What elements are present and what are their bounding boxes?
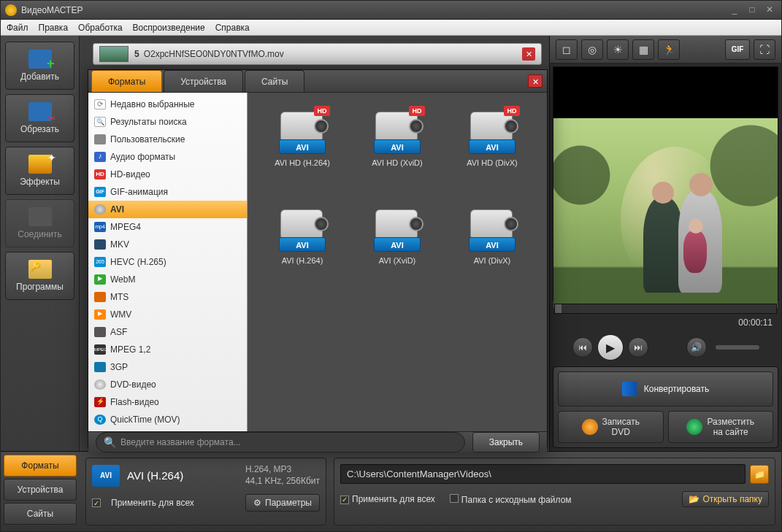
preset-item[interactable]: AVIAVI (DivX) bbox=[446, 199, 538, 294]
asf-icon bbox=[94, 327, 106, 337]
dialog-tab-devices[interactable]: Устройства bbox=[164, 70, 243, 92]
category-item-flash[interactable]: Flash-видео bbox=[88, 393, 247, 411]
enhance-icon[interactable]: ▦ bbox=[632, 39, 654, 60]
path-apply-all-checkbox[interactable]: ✓ bbox=[340, 496, 349, 504]
play-button[interactable]: ▶ bbox=[597, 334, 624, 361]
tab-sites[interactable]: Сайты bbox=[4, 503, 77, 525]
close-button[interactable]: ✕ bbox=[762, 5, 777, 15]
maximize-button[interactable]: □ bbox=[745, 5, 759, 15]
tab-devices[interactable]: Устройства bbox=[4, 479, 77, 501]
file-remove-button[interactable]: ✕ bbox=[522, 47, 535, 61]
folder-open-icon: 📂 bbox=[689, 494, 699, 504]
menu-help[interactable]: Справка bbox=[215, 23, 250, 33]
category-item-mpeg[interactable]: MPEGMPEG 1,2 bbox=[88, 341, 247, 358]
file-row[interactable]: 5 O2xpcHNfSEO0NDY0NTVfMO.mov ✕ bbox=[93, 43, 542, 65]
category-item-mp4[interactable]: mp4MPEG4 bbox=[88, 218, 247, 236]
output-path-box: 📁 ✓Применить для всех Папка с исходным ф… bbox=[334, 458, 775, 525]
join-label: Соединить bbox=[18, 229, 62, 239]
category-label: Аудио форматы bbox=[110, 152, 175, 162]
category-item-user[interactable]: Пользовательские bbox=[88, 131, 247, 148]
menu-process[interactable]: Обработка bbox=[78, 23, 123, 33]
menubar: Файл Правка Обработка Воспроизведение Сп… bbox=[1, 20, 781, 36]
category-item-mts[interactable]: MTS bbox=[88, 288, 247, 306]
volume-slider[interactable] bbox=[716, 345, 759, 350]
join-button: Соединить bbox=[5, 199, 74, 247]
preset-item[interactable]: AVIAVI (H.264) bbox=[256, 199, 348, 294]
preset-label: AVI HD (H.264) bbox=[275, 158, 330, 167]
flash-icon bbox=[94, 397, 106, 407]
app-logo-icon bbox=[5, 4, 17, 16]
category-item-audio[interactable]: Аудио форматы bbox=[88, 148, 247, 166]
category-label: DVD-видео bbox=[110, 379, 156, 390]
category-list[interactable]: Недавно выбранныеРезультаты поискаПользо… bbox=[88, 93, 248, 431]
crop-icon[interactable]: ◻ bbox=[556, 39, 578, 60]
tab-formats[interactable]: Форматы bbox=[4, 455, 77, 477]
params-button[interactable]: ⚙Параметры bbox=[245, 494, 320, 512]
minimize-button[interactable]: _ bbox=[727, 5, 742, 15]
fullscreen-icon[interactable]: ⛶ bbox=[754, 39, 775, 60]
speed-icon[interactable]: 🏃 bbox=[658, 39, 680, 60]
category-item-hd[interactable]: HDHD-видео bbox=[88, 166, 247, 183]
dialog-tab-sites[interactable]: Сайты bbox=[245, 70, 304, 92]
burn-dvd-button[interactable]: ЗаписатьDVD bbox=[558, 411, 664, 443]
effects-button[interactable]: Эффекты bbox=[5, 147, 74, 195]
menu-file[interactable]: Файл bbox=[7, 23, 28, 33]
category-item-wmv[interactable]: WMV bbox=[88, 306, 247, 323]
category-item-asf[interactable]: ASF bbox=[88, 323, 247, 341]
open-folder-button[interactable]: 📂Открыть папку bbox=[682, 491, 769, 507]
gear-icon: ⚙ bbox=[253, 498, 261, 508]
category-item-gif[interactable]: GIFGIF-анимация bbox=[88, 183, 247, 201]
preset-item[interactable]: AVIHDAVI HD (H.264) bbox=[256, 101, 348, 196]
app-title: ВидеоМАСТЕР bbox=[21, 5, 724, 15]
category-item-dvd[interactable]: DVD-видео bbox=[88, 376, 247, 393]
join-icon bbox=[28, 207, 52, 226]
programs-label: Программы bbox=[16, 282, 64, 292]
preview-toolbar: ◻ ◎ ☀ ▦ 🏃 GIF ⛶ bbox=[550, 36, 781, 63]
dialog-close-button[interactable]: ✕ bbox=[528, 74, 543, 88]
category-label: 3GP bbox=[110, 362, 128, 372]
category-item-recent[interactable]: Недавно выбранные bbox=[88, 96, 247, 113]
category-item-search[interactable]: Результаты поиска bbox=[88, 113, 247, 131]
apply-all-checkbox[interactable]: ✓ bbox=[92, 498, 101, 507]
dialog-close-text-button[interactable]: Закрыть bbox=[472, 432, 540, 452]
preset-label: AVI HD (DivX) bbox=[467, 158, 517, 167]
output-path-input[interactable] bbox=[340, 464, 745, 484]
programs-button[interactable]: Программы bbox=[5, 252, 74, 300]
trim-button[interactable]: Обрезать bbox=[5, 94, 74, 142]
category-item-hevc[interactable]: 265HEVC (H.265) bbox=[88, 253, 247, 271]
gif-button[interactable]: GIF bbox=[725, 39, 750, 60]
format-search-input[interactable]: 🔍 Введите название формата... bbox=[96, 432, 465, 452]
timeline[interactable] bbox=[554, 304, 777, 314]
preset-item[interactable]: AVIHDAVI HD (XviD) bbox=[351, 101, 443, 196]
format-picker-dialog: Форматы Устройства Сайты ✕ Недавно выбра… bbox=[88, 69, 548, 449]
mkv-icon bbox=[94, 239, 106, 250]
convert-button[interactable]: Конвертировать bbox=[558, 371, 773, 406]
category-item-webm[interactable]: WebM bbox=[88, 271, 247, 288]
apply-all-label: Применить для всех bbox=[111, 498, 194, 508]
preset-item[interactable]: AVIHDAVI HD (DivX) bbox=[446, 101, 538, 196]
menu-edit[interactable]: Правка bbox=[39, 23, 69, 33]
source-folder-checkbox[interactable] bbox=[450, 494, 459, 503]
brightness-icon[interactable]: ☀ bbox=[607, 39, 629, 60]
source-folder-label: Папка с исходным файлом bbox=[461, 495, 572, 505]
hd-icon: HD bbox=[94, 169, 106, 180]
next-button[interactable]: ⏭ bbox=[628, 337, 648, 358]
volume-button[interactable]: 🔊 bbox=[686, 337, 707, 358]
publish-web-button[interactable]: Разместитьна сайте bbox=[668, 411, 774, 443]
category-item-tgp[interactable]: 3GP bbox=[88, 358, 247, 376]
preset-item[interactable]: AVIAVI (XviD) bbox=[351, 199, 443, 294]
category-label: HEVC (H.265) bbox=[110, 257, 166, 267]
rotate-icon[interactable]: ◎ bbox=[581, 39, 603, 60]
bottom-panel: Форматы Устройства Сайты AVI AVI (H.264)… bbox=[1, 451, 781, 531]
browse-folder-button[interactable]: 📁 bbox=[750, 465, 769, 484]
left-toolbar: Добавить Обрезать Эффекты Соединить Прог… bbox=[1, 36, 80, 451]
dialog-tab-formats[interactable]: Форматы bbox=[91, 70, 162, 92]
add-button[interactable]: Добавить bbox=[5, 42, 74, 90]
video-preview[interactable] bbox=[553, 66, 778, 301]
menu-playback[interactable]: Воспроизведение bbox=[133, 23, 205, 33]
category-item-avi[interactable]: AVI bbox=[88, 201, 247, 218]
prev-button[interactable]: ⏮ bbox=[572, 337, 593, 358]
convert-icon bbox=[622, 382, 637, 396]
category-item-qt[interactable]: QuickTime (MOV) bbox=[88, 411, 247, 428]
category-item-mkv[interactable]: MKV bbox=[88, 236, 247, 253]
